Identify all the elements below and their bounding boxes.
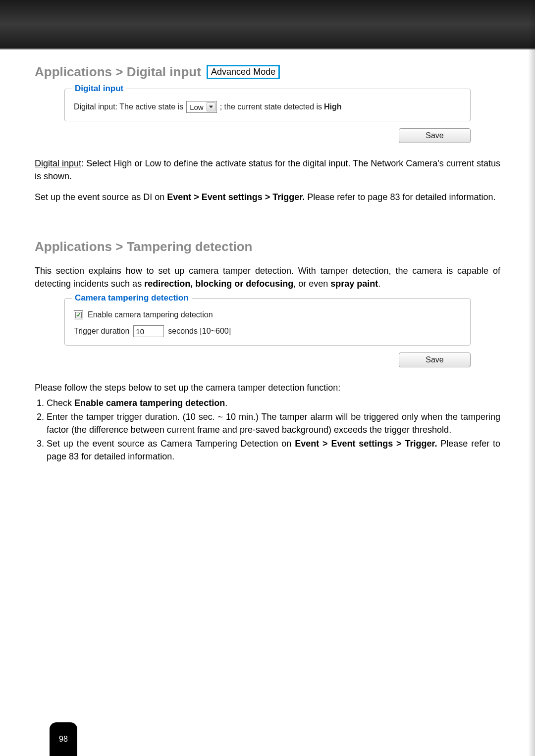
di-description-2: Set up the event source as DI on Event >… [35,191,500,203]
trigger-duration-input[interactable] [133,325,164,337]
tamper-intro-e: . [378,279,380,289]
step-1: Check Enable camera tampering detection. [47,397,500,409]
section1-heading: Applications > Digital input Advanced Mo… [35,64,500,80]
trigger-duration-row: Trigger duration seconds [10~600] [74,325,461,337]
di-description-1: Digital input: Select High or Low to def… [35,157,500,183]
di-desc-2c: Please refer to page 83 for detailed inf… [305,192,495,202]
steps-list: Check Enable camera tampering detection.… [35,397,500,463]
digital-input-legend: Digital input [72,84,126,94]
page-number-tab: 98 [50,722,77,756]
save-row-1: Save [64,128,471,143]
di-desc-1b: : Select High or Low to define the activ… [35,158,500,181]
active-state-value: Low [190,103,204,111]
digital-input-fieldset: Digital input Digital input: The active … [64,89,471,121]
save-button-1[interactable]: Save [399,128,471,143]
step-3: Set up the event source as Camera Tamper… [47,437,500,463]
digital-input-row: Digital input: The active state is Low ;… [74,101,461,113]
current-state-value: High [324,102,342,111]
page-content: Applications > Digital input Advanced Mo… [0,50,535,463]
svg-marker-0 [209,106,213,108]
enable-tamper-checkbox[interactable] [74,310,83,319]
trigger-label: Trigger duration [74,327,129,336]
page-number: 98 [59,735,68,744]
di-underline: Digital input [35,158,81,168]
di-label-mid: ; the current state detected is [220,102,322,111]
save-row-2: Save [64,353,471,367]
step1-b: Enable camera tampering detection [74,398,225,408]
advanced-mode-badge: Advanced Mode [207,65,280,79]
steps-intro: Please follow the steps below to set up … [35,381,500,394]
tamper-intro-d: spray paint [330,279,378,289]
tamper-intro: This section explains how to set up came… [35,264,500,290]
section1-heading-text: Applications > Digital input [35,64,201,79]
step3-a: Set up the event source as Camera Tamper… [47,439,295,449]
di-desc-2a: Set up the event source as DI on [35,192,167,202]
step1-c: . [225,398,227,408]
save-button-2[interactable]: Save [399,353,471,367]
step3-b: Event > Event settings > Trigger. [295,439,437,449]
tamper-intro-b: redirection, blocking or defocusing [144,279,293,289]
active-state-select[interactable]: Low [186,101,217,113]
tamper-fieldset: Camera tampering detection Enable camera… [64,298,471,346]
tamper-enable-row: Enable camera tampering detection [74,310,461,319]
step1-a: Check [47,398,74,408]
di-desc-2b: Event > Event settings > Trigger. [167,192,305,202]
top-banner [0,0,535,50]
di-label-prefix: Digital input: The active state is [74,102,183,111]
check-icon [75,312,82,318]
trigger-suffix: seconds [10~600] [168,327,231,336]
chevron-down-icon [207,102,215,111]
page-shadow [528,0,535,756]
step-2: Enter the tamper trigger duration. (10 s… [47,410,500,436]
tamper-intro-c: , or even [293,279,330,289]
enable-tamper-label: Enable camera tampering detection [88,310,213,319]
section2-heading: Applications > Tampering detection [35,239,500,254]
tamper-legend: Camera tampering detection [72,293,192,303]
